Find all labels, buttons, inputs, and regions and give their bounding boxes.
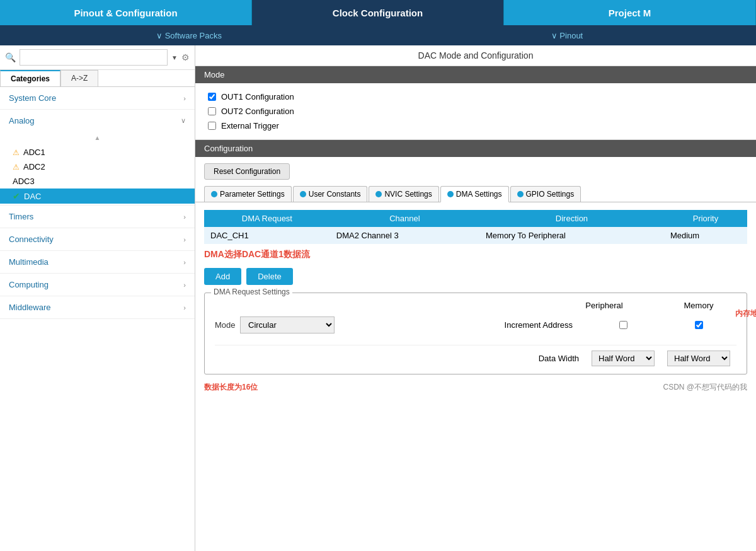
out1-checkbox[interactable] [208,93,216,101]
bottom-annotation-row: 数据长度为16位 CSDN @不想写代码的我 [195,380,756,395]
section-multimedia: Multimedia › [0,251,195,274]
cell-direction: Memory To Peripheral [479,227,664,244]
section-timers: Timers › [0,206,195,228]
config-tabs: Parameter Settings User Constants NVIC S… [195,186,756,202]
col-dma-request: DMA Request [204,210,330,227]
section-system-core: System Core › [0,87,195,110]
dma-table-body: DAC_CH1 DMA2 Channel 3 Memory To Periphe… [204,227,747,244]
sidebar-item-multimedia[interactable]: Multimedia › [0,251,195,273]
chevron-right-icon: › [183,304,186,311]
ext-trigger-checkbox[interactable] [208,122,216,130]
tab-dot [300,191,306,197]
tab-dot [375,191,382,197]
section-computing: Computing › [0,274,195,296]
data-length-annotation: 数据长度为16位 [204,382,258,393]
dma-settings-label: DMA Request Settings [211,287,292,296]
sidebar-item-analog[interactable]: Analog ∨ [0,110,195,132]
chevron-down-icon: ∨ [181,117,186,125]
action-buttons: Add Delete [204,268,747,285]
chevron-right-icon: › [183,281,186,289]
sidebar-item-adc3[interactable]: ADC3 [9,174,186,188]
memory-inc-checkbox[interactable] [695,321,703,329]
reset-config-button[interactable]: Reset Configuration [204,163,290,180]
peripheral-dw-select[interactable]: Half Word Byte Word [592,351,655,366]
sub-navigation: ∨ Software Packs ∨ Pinout [0,25,756,45]
nav-clock[interactable]: Clock Configuration [252,0,504,25]
tab-parameter-settings[interactable]: Parameter Settings [204,186,292,202]
peripheral-dw-cell: Half Word Byte Word [585,351,661,366]
gear-icon[interactable]: ⚙ [181,52,190,62]
tab-categories[interactable]: Categories [0,70,60,86]
memory-dw-select[interactable]: Half Word Byte Word [667,351,730,366]
sidebar-list: System Core › Analog ∨ ▲ ⚠ ADC1 ⚠ [0,87,195,551]
dma-request-settings: DMA Request Settings Peripheral Memory M… [204,293,747,374]
mode-label: Mode [215,320,240,330]
sidebar-item-adc1[interactable]: ⚠ ADC1 [9,145,186,160]
chevron-right-icon: › [183,258,186,266]
tab-user-constants[interactable]: User Constants [293,186,368,202]
cell-channel: DMA2 Channel 3 [330,227,479,244]
peripheral-inc-checkbox[interactable] [619,321,627,329]
tab-atoz[interactable]: A->Z [60,70,98,86]
warning-icon: ⚠ [13,148,20,157]
nav-pinout[interactable]: Pinout & Configuration [0,0,252,25]
subnav-pinout[interactable]: ∨ Pinout [378,25,756,45]
mem-annotation: 内存地址递增 [735,308,756,319]
checkbox-out2[interactable]: OUT2 Configuration [208,104,743,119]
dma-table: DMA Request Channel Direction Priority D… [204,210,747,244]
settings-grid: Peripheral Memory Mode Circular Normal [215,301,736,366]
delete-button[interactable]: Delete [246,268,293,285]
search-dropdown-icon[interactable]: ▼ [171,54,178,61]
nav-project[interactable]: Project M [504,0,756,25]
col-priority: Priority [664,210,747,227]
checkbox-ext-trigger[interactable]: External Trigger [208,119,743,133]
mode-select[interactable]: Circular Normal [240,316,335,334]
mode-section: OUT1 Configuration OUT2 Configuration Ex… [195,83,756,140]
out2-checkbox[interactable] [208,107,216,115]
search-icon[interactable]: 🔍 [5,52,16,62]
config-section-header: Configuration [195,140,756,157]
memory-dw-cell: Half Word Byte Word [661,351,736,366]
main-layout: 🔍 ▼ ⚙ Categories A->Z System Core › [0,45,756,551]
config-section: Reset Configuration Parameter Settings U… [195,157,756,551]
chevron-right-icon: › [183,213,186,221]
tab-nvic-settings[interactable]: NVIC Settings [369,186,438,202]
scroll-up-indicator: ▲ [0,132,195,144]
chevron-right-icon: › [183,236,186,243]
content-area: DAC Mode and Configuration Mode OUT1 Con… [195,45,756,551]
peripheral-label: Peripheral [566,301,642,310]
annotation-dma-channel: DMA选择DAC通道1数据流 [204,249,747,260]
content-title: DAC Mode and Configuration [195,45,756,66]
subnav-software-packs[interactable]: ∨ Software Packs [0,25,378,45]
mode-section-header: Mode [195,66,756,83]
tab-gpio-settings[interactable]: GPIO Settings [510,186,581,202]
cell-request: DAC_CH1 [204,227,330,244]
sidebar-item-system-core[interactable]: System Core › [0,87,195,109]
tab-dot [447,191,454,197]
mode-and-inc-row: Mode Circular Normal Increment Address [215,316,736,334]
tab-dma-settings[interactable]: DMA Settings [440,186,509,202]
memory-label: Memory [661,301,736,310]
table-row[interactable]: DAC_CH1 DMA2 Channel 3 Memory To Periphe… [204,227,747,244]
peripheral-checkbox-cell [585,321,661,329]
sidebar-item-adc2[interactable]: ⚠ ADC2 [9,160,186,174]
search-input[interactable] [20,49,168,66]
section-middleware: Middleware › [0,296,195,319]
sidebar-item-timers[interactable]: Timers › [0,206,195,228]
checkbox-out1[interactable]: OUT1 Configuration [208,90,743,104]
pm-header-row: Peripheral Memory [215,301,736,310]
sidebar: 🔍 ▼ ⚙ Categories A->Z System Core › [0,45,195,551]
col-direction: Direction [479,210,664,227]
col-channel: Channel [330,210,479,227]
section-analog: Analog ∨ ▲ ⚠ ADC1 ⚠ ADC2 ADC3 [0,110,195,206]
data-width-row: Data Width Half Word Byte Word [215,345,736,366]
sidebar-item-computing[interactable]: Computing › [0,274,195,296]
add-button[interactable]: Add [204,268,241,285]
sidebar-item-connectivity[interactable]: Connectivity › [0,228,195,250]
sidebar-tabs: Categories A->Z [0,70,195,87]
csdn-watermark: CSDN @不想写代码的我 [663,382,747,393]
sidebar-item-middleware[interactable]: Middleware › [0,296,195,318]
search-bar: 🔍 ▼ ⚙ [0,45,195,70]
dma-table-header: DMA Request Channel Direction Priority [204,210,747,227]
sidebar-item-dac[interactable]: ✔ DAC [0,188,195,204]
